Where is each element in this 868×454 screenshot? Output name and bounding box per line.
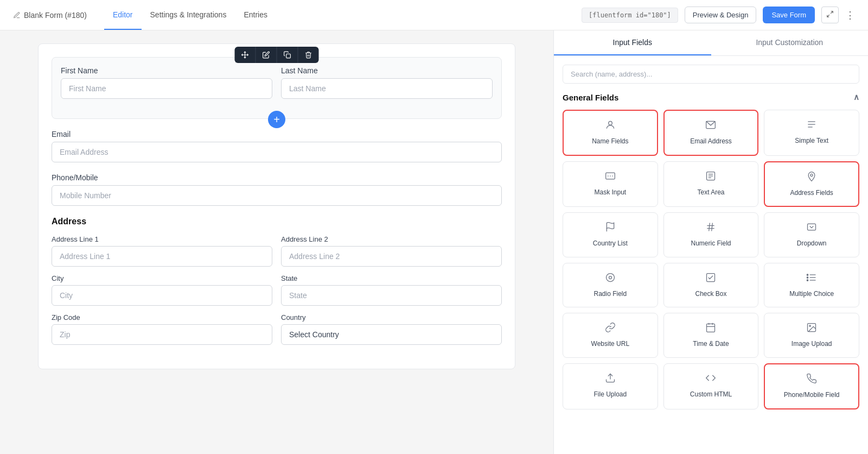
svg-line-22 [709, 223, 710, 231]
phone-icon [806, 373, 817, 387]
field-card-phone-label: Phone/Mobile Field [784, 391, 840, 400]
field-toolbar [235, 47, 319, 63]
tab-entries[interactable]: Entries [235, 1, 276, 30]
zip-input[interactable] [52, 324, 272, 345]
svg-point-25 [606, 273, 614, 281]
general-fields-label: General Fields [563, 93, 618, 102]
first-name-label: First Name [61, 66, 272, 75]
last-name-input[interactable] [281, 78, 493, 99]
address-section: Address Address Line 1 Address Line 2 [52, 217, 502, 345]
field-card-numeric-field[interactable]: Numeric Field [663, 212, 759, 257]
svg-point-33 [807, 280, 808, 281]
address-line2-input[interactable] [281, 246, 502, 267]
field-card-image-upload[interactable]: Image Upload [764, 313, 859, 358]
move-icon [241, 51, 249, 59]
field-card-country-label: Country List [593, 239, 628, 248]
toolbar-edit-button[interactable] [256, 47, 277, 63]
right-panel: Input Fields Input Customization General… [553, 30, 868, 454]
email-input[interactable] [52, 142, 502, 162]
field-card-mask-label: Mask Input [594, 188, 626, 197]
field-card-html-label: Custom HTML [690, 390, 732, 399]
edit-icon [263, 51, 270, 59]
svg-rect-34 [707, 324, 715, 332]
name-row-wrapper: First Name Last Name + [52, 57, 502, 119]
field-card-numeric-label: Numeric Field [691, 239, 731, 248]
country-label: Country [281, 313, 502, 321]
field-card-custom-html[interactable]: Custom HTML [663, 363, 759, 409]
address-line2-label: Address Line 2 [281, 235, 502, 243]
expand-button[interactable] [821, 7, 839, 23]
field-card-country-list[interactable]: Country List [563, 212, 658, 257]
phone-input[interactable] [52, 185, 502, 206]
field-card-file-label: File Upload [593, 390, 627, 399]
city-input[interactable] [52, 285, 272, 306]
phone-field: Phone/Mobile [52, 173, 502, 206]
field-card-dropdown[interactable]: Dropdown [764, 212, 859, 257]
field-card-name-label: Name Fields [592, 137, 628, 146]
more-button[interactable]: ⋮ [845, 9, 855, 21]
field-card-time-date[interactable]: Time & Date [663, 313, 759, 358]
general-fields-title: General Fields ∧ [563, 92, 859, 102]
list-icon [806, 272, 817, 286]
save-button[interactable]: Save Form [763, 7, 815, 23]
panel-tab-input-fields[interactable]: Input Fields [554, 30, 711, 55]
city-label: City [52, 274, 272, 282]
field-card-address-fields[interactable]: Address Fields [764, 161, 859, 207]
first-name-input[interactable] [61, 78, 272, 99]
country-select[interactable]: Select Country [281, 324, 502, 345]
field-card-simple-text[interactable]: Simple Text [764, 110, 859, 156]
expand-icon [826, 10, 834, 18]
field-card-radio-field[interactable]: Radio Field [563, 263, 658, 308]
form-editor: First Name Last Name + Email Phone/Mobil… [0, 30, 553, 454]
upload-icon [605, 373, 616, 386]
tab-settings[interactable]: Settings & Integrations [142, 1, 235, 30]
add-field-button[interactable]: + [268, 111, 285, 128]
section-toggle-icon[interactable]: ∧ [853, 92, 859, 102]
address-line1-input[interactable] [52, 246, 272, 267]
textarea-icon [705, 171, 716, 184]
zip-label: Zip Code [52, 313, 272, 321]
nav-left: Blank Form (#180) Editor Settings & Inte… [13, 1, 276, 30]
field-search-input[interactable] [563, 65, 859, 84]
state-field: State [281, 274, 502, 306]
tab-editor[interactable]: Editor [104, 1, 142, 30]
field-card-dropdown-label: Dropdown [797, 239, 827, 248]
field-card-text-area[interactable]: Text Area [663, 161, 759, 207]
svg-point-26 [609, 276, 611, 279]
panel-tab-customization[interactable]: Input Customization [711, 30, 869, 55]
code-icon [705, 373, 716, 386]
preview-button[interactable]: Preview & Design [685, 7, 757, 23]
field-card-website-url[interactable]: Website URL [563, 313, 658, 358]
svg-rect-4 [286, 54, 291, 58]
field-card-mask-input[interactable]: Mask Input [563, 161, 658, 207]
last-name-label: Last Name [281, 66, 493, 75]
country-field: Country Select Country [281, 313, 502, 345]
address-line1-label: Address Line 1 [52, 235, 272, 243]
field-card-name-fields[interactable]: Name Fields [563, 110, 658, 156]
location-icon [806, 171, 817, 185]
panel-content: General Fields ∧ Name Fields [554, 56, 868, 454]
state-input[interactable] [281, 285, 502, 306]
address-section-label: Address [52, 217, 502, 226]
address-lines-row: Address Line 1 Address Line 2 [52, 235, 502, 267]
last-name-field: Last Name [281, 66, 493, 99]
field-card-email-label: Email Address [690, 137, 732, 146]
address-line2-field: Address Line 2 [281, 235, 502, 267]
nav-right: [fluentform id="180"] Preview & Design S… [582, 7, 855, 23]
name-row: First Name Last Name [61, 66, 493, 110]
svg-rect-24 [808, 224, 816, 230]
field-card-email-address[interactable]: Email Address [663, 110, 759, 156]
field-card-check-box[interactable]: Check Box [663, 263, 759, 308]
checkbox-icon [705, 272, 716, 286]
field-card-phone-mobile[interactable]: Phone/Mobile Field [764, 363, 859, 409]
toolbar-delete-button[interactable] [298, 47, 319, 63]
toolbar-move-button[interactable] [235, 47, 256, 63]
field-card-simple-text-label: Simple Text [795, 137, 828, 146]
toolbar-copy-button[interactable] [277, 47, 298, 63]
field-card-file-upload[interactable]: File Upload [563, 363, 658, 409]
link-icon [605, 322, 616, 336]
field-card-multiple-choice[interactable]: Multiple Choice [764, 263, 859, 308]
email-field: Email [52, 130, 502, 162]
svg-line-0 [831, 11, 833, 14]
phone-label: Phone/Mobile [52, 173, 502, 182]
